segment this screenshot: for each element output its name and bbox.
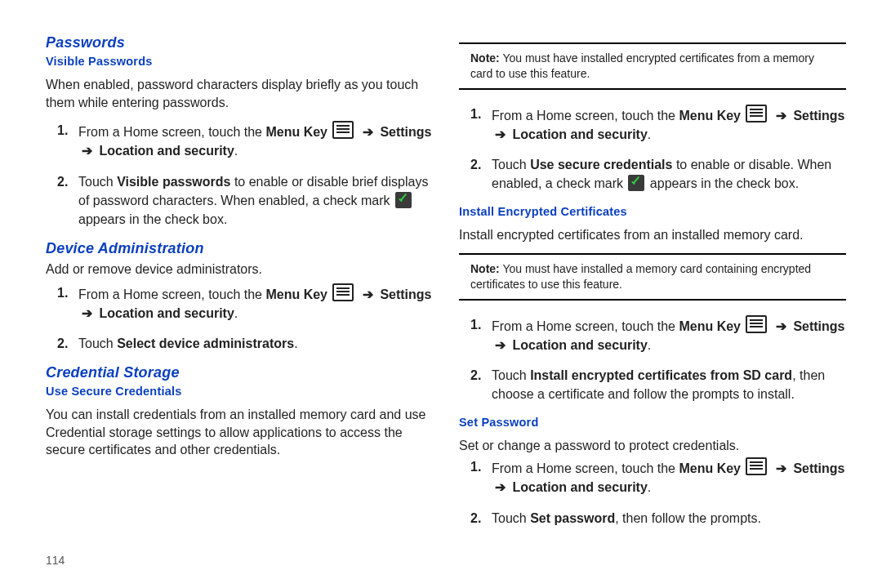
menu-key-label: Menu Key: [679, 109, 741, 122]
page-number: 114: [46, 554, 65, 567]
step-text: From a Home screen, touch the: [78, 125, 265, 139]
note-label: Note:: [470, 262, 500, 275]
menu-key-icon: [746, 105, 767, 122]
location-security-label: Location and security: [99, 306, 234, 320]
heading-use-secure-credentials: Use Secure Credentials: [46, 385, 433, 398]
manual-page: Passwords Visible Passwords When enabled…: [0, 0, 882, 588]
location-security-label: Location and security: [512, 338, 647, 352]
step-item: Touch Select device administrators.: [46, 334, 433, 353]
settings-label: Settings: [793, 319, 844, 333]
step-item: Touch Visible passwords to enable or dis…: [46, 172, 433, 229]
period: .: [234, 144, 238, 158]
install-from-sd-bold: Install encrypted certificates from SD c…: [530, 368, 792, 382]
device-admin-steps: From a Home screen, touch the Menu Key ➔…: [46, 283, 433, 354]
set-password-steps: From a Home screen, touch the Menu Key ➔…: [459, 457, 846, 528]
period: .: [648, 338, 651, 352]
step-item: From a Home screen, touch the Menu Key ➔…: [459, 457, 846, 497]
step-text: From a Home screen, touch the: [492, 319, 679, 333]
select-device-admins-bold: Select device administrators: [117, 336, 294, 350]
arrow-icon: ➔: [363, 122, 373, 141]
step-text: Touch: [78, 175, 117, 189]
step-text: From a Home screen, touch the: [492, 461, 679, 475]
period: .: [294, 336, 297, 350]
menu-key-label: Menu Key: [679, 319, 741, 333]
step-item: From a Home screen, touch the Menu Key ➔…: [46, 283, 433, 323]
period: .: [234, 306, 238, 320]
settings-label: Settings: [380, 287, 431, 301]
arrow-icon: ➔: [495, 336, 506, 354]
settings-label: Settings: [793, 109, 844, 122]
arrow-icon: ➔: [776, 106, 786, 125]
step-text: From a Home screen, touch the: [492, 109, 679, 122]
arrow-icon: ➔: [363, 285, 373, 304]
settings-label: Settings: [793, 461, 844, 475]
arrow-icon: ➔: [495, 125, 506, 144]
period: .: [648, 127, 651, 141]
menu-key-label: Menu Key: [679, 461, 741, 475]
step-text: Touch: [492, 158, 530, 172]
step-text: appears in the check box.: [78, 212, 227, 226]
install-cert-description: Install encrypted certificates from an i…: [459, 226, 846, 244]
menu-key-label: Menu Key: [265, 125, 327, 139]
step-item: Touch Use secure credentials to enable o…: [459, 155, 846, 193]
heading-set-password: Set Password: [459, 416, 846, 429]
location-security-label: Location and security: [512, 480, 647, 494]
note-text: You must have installed a memory card co…: [470, 262, 811, 291]
checkmark-icon: [395, 192, 412, 208]
arrow-icon: ➔: [776, 459, 786, 478]
visible-passwords-bold: Visible passwords: [117, 175, 230, 189]
arrow-icon: ➔: [776, 317, 786, 336]
right-column: Note: You must have installed encrypted …: [459, 29, 846, 539]
note-box: Note: You must have installed a memory c…: [459, 253, 846, 301]
step-text: Touch: [78, 336, 117, 350]
note-text: You must have installed encrypted certif…: [470, 51, 814, 80]
set-password-description: Set or change a password to protect cred…: [459, 437, 846, 455]
step-item: From a Home screen, touch the Menu Key ➔…: [459, 315, 846, 354]
install-cert-steps: From a Home screen, touch the Menu Key ➔…: [459, 315, 846, 404]
menu-key-icon: [332, 121, 354, 139]
heading-device-administration: Device Administration: [46, 240, 433, 257]
step-text: appears in the check box.: [646, 176, 799, 190]
use-secure-description: You can install credentials from an inst…: [46, 406, 433, 459]
use-secure-steps: From a Home screen, touch the Menu Key ➔…: [459, 105, 846, 194]
left-column: Passwords Visible Passwords When enabled…: [46, 29, 433, 539]
menu-key-label: Menu Key: [265, 287, 327, 301]
arrow-icon: ➔: [82, 141, 92, 160]
heading-visible-passwords: Visible Passwords: [46, 55, 433, 68]
two-column-layout: Passwords Visible Passwords When enabled…: [46, 29, 846, 539]
visible-passwords-steps: From a Home screen, touch the Menu Key ➔…: [46, 121, 433, 229]
menu-key-icon: [746, 315, 767, 333]
menu-key-icon: [746, 457, 767, 475]
location-security-label: Location and security: [512, 127, 647, 141]
note-label: Note:: [470, 51, 500, 65]
period: .: [648, 480, 651, 494]
step-text: From a Home screen, touch the: [78, 287, 265, 301]
step-text: Touch: [492, 368, 530, 382]
step-text: Touch: [492, 511, 530, 525]
use-secure-bold: Use secure credentials: [530, 158, 672, 172]
location-security-label: Location and security: [99, 144, 234, 158]
settings-label: Settings: [380, 125, 431, 139]
checkmark-icon: [628, 175, 644, 191]
note-box: Note: You must have installed encrypted …: [459, 42, 846, 90]
set-password-bold: Set password: [530, 511, 615, 525]
device-admin-description: Add or remove device administrators.: [46, 261, 433, 278]
step-item: Touch Set password, then follow the prom…: [459, 509, 846, 528]
heading-passwords: Passwords: [46, 34, 433, 51]
menu-key-icon: [332, 283, 354, 301]
step-item: From a Home screen, touch the Menu Key ➔…: [459, 105, 846, 144]
heading-install-encrypted-certs: Install Encrypted Certificates: [459, 205, 846, 218]
visible-passwords-description: When enabled, password characters displa…: [46, 76, 433, 111]
arrow-icon: ➔: [82, 304, 92, 323]
step-item: Touch Install encrypted certificates fro…: [459, 366, 846, 403]
step-text: , then follow the prompts.: [615, 511, 761, 525]
step-item: From a Home screen, touch the Menu Key ➔…: [46, 121, 433, 160]
arrow-icon: ➔: [495, 478, 506, 497]
heading-credential-storage: Credential Storage: [46, 364, 433, 381]
